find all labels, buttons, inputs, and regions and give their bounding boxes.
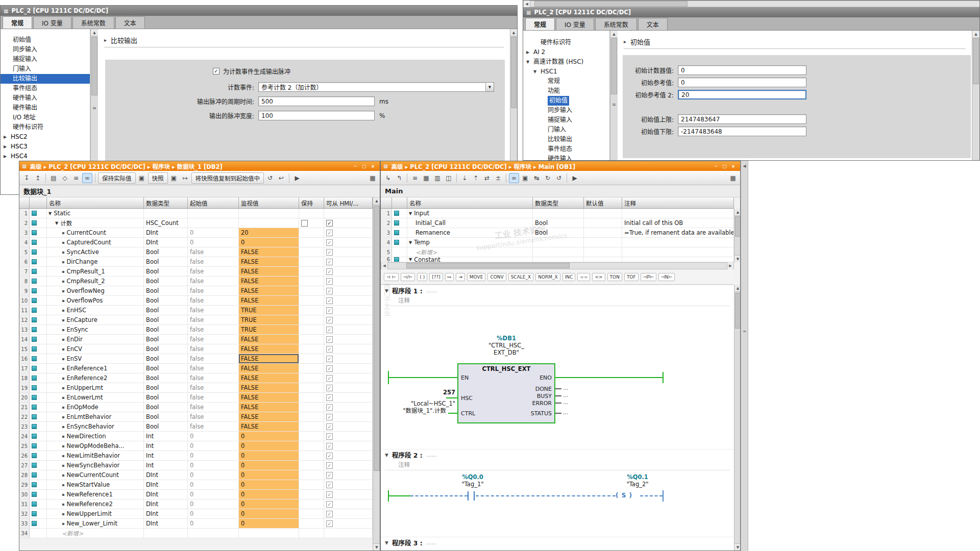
network-2-header[interactable]: ▼ 程序段 2 : ...... (381, 449, 734, 460)
cell-monitor-value[interactable]: FALSE (239, 383, 299, 392)
column-header[interactable]: 可从 HMI/... (324, 197, 373, 208)
hsc-constant[interactable]: 257 (401, 389, 455, 396)
close-button[interactable]: × (729, 162, 738, 170)
cell-retain[interactable] (299, 383, 324, 392)
empty-box-icon[interactable]: ◫ (444, 173, 454, 183)
cell-monitor-value[interactable]: FALSE (239, 277, 299, 286)
top-horizontal-scrollbar[interactable]: ◀ (523, 1, 979, 7)
cell-retain[interactable] (299, 403, 324, 412)
cell-start-value[interactable]: false (188, 296, 239, 305)
cell-accessible-from-hmi[interactable]: ✓ (324, 383, 373, 392)
cell-retain[interactable] (299, 335, 324, 344)
tab-texts[interactable]: 文本 (638, 18, 668, 30)
checkbox[interactable]: ✓ (326, 327, 333, 333)
output-placeholder[interactable]: ... (563, 409, 569, 416)
cell-name[interactable]: ▪EnSyncBehavior (47, 422, 144, 431)
checkbox[interactable]: ✓ (326, 239, 333, 246)
snapshot-icon[interactable]: ▣ (520, 173, 530, 183)
close-button[interactable]: × (369, 162, 377, 170)
coil-tag-name[interactable]: "Tag_2" (604, 481, 671, 488)
collapse-icon[interactable]: ▼ (385, 453, 388, 458)
cell-monitor-value[interactable]: FALSE (239, 344, 299, 354)
cell-start-value[interactable]: false (188, 335, 239, 344)
tree-compare-output[interactable]: 比较输出 (523, 135, 609, 144)
cell-accessible-from-hmi[interactable]: ✓ (324, 499, 373, 509)
cell-name[interactable]: ▪CmpResult_2 (47, 277, 144, 286)
scroll-up-icon[interactable]: ▲ (373, 197, 380, 205)
cell-retain[interactable] (299, 277, 324, 286)
cmp-eq-icon[interactable]: == (577, 273, 590, 281)
cell-start-value[interactable]: false (188, 344, 239, 354)
cell-name[interactable]: ▪NewUpperLimit (47, 509, 144, 518)
cell-retain[interactable] (299, 461, 324, 470)
cell-retain[interactable] (299, 209, 324, 218)
checkbox[interactable]: ✓ (326, 249, 333, 256)
cell-retain[interactable] (299, 344, 324, 354)
minimize-button[interactable]: ─ (712, 162, 720, 170)
cell-accessible-from-hmi[interactable]: ✓ (324, 509, 373, 518)
cell-name[interactable]: ▪NewReference2 (47, 499, 144, 509)
pulse-period-input[interactable]: 500 (258, 96, 375, 106)
cell-accessible-from-hmi[interactable]: ✓ (324, 403, 373, 412)
cell-data-type[interactable]: Bool (144, 354, 188, 363)
scroll-up-icon[interactable]: ▲ (91, 29, 98, 36)
absolute-operands-icon[interactable]: ≡ (410, 173, 420, 183)
upload-icon[interactable]: ⇡ (471, 173, 481, 183)
column-header[interactable] (392, 197, 407, 208)
cell-name[interactable]: ▪NewOpModeBeha... (47, 441, 144, 450)
cell-start-value[interactable]: 0 (188, 228, 239, 237)
cell-name[interactable]: ▼Temp (407, 238, 533, 247)
output-placeholder[interactable]: ... (563, 385, 569, 391)
cell-name[interactable]: <新增> (47, 529, 144, 538)
contact-tag-name[interactable]: "Tag_1" (446, 481, 499, 488)
cell-comment[interactable]: Initial call of this OB (622, 218, 734, 228)
cell-data-type[interactable]: DInt (144, 519, 188, 528)
nav-hsc3[interactable]: ▶HSC3 (1, 142, 90, 152)
expand-panel-icon[interactable]: ◀ (741, 164, 748, 168)
initial-reference-value2-input[interactable]: 20 (678, 90, 806, 99)
cell-name[interactable]: ▪EnHSC (47, 306, 144, 315)
tree-hsc[interactable]: ▼高速计数器 (HSC) (523, 57, 609, 67)
move-icon[interactable]: MOVE (467, 273, 486, 281)
jump-icon[interactable]: ↹ (531, 173, 542, 183)
cell-accessible-from-hmi[interactable]: ✓ (324, 480, 373, 489)
cell-default-value[interactable] (584, 238, 622, 247)
network-comment[interactable]: 注释 (385, 460, 730, 470)
cell-name[interactable]: ▪EnUpperLmt (47, 383, 144, 392)
pulse-width-input[interactable]: 100 (258, 111, 375, 120)
column-header[interactable]: 数据类型 (533, 197, 584, 208)
checkbox[interactable]: ✓ (326, 414, 333, 420)
cell-name[interactable]: ▪EnReference1 (47, 364, 144, 373)
network-title-placeholder[interactable]: ...... (426, 452, 437, 458)
cell-start-value[interactable]: 0 (188, 480, 239, 489)
ton-icon[interactable]: TON (607, 273, 622, 281)
nav-io-address[interactable]: I/O 地址 (1, 113, 90, 122)
cell-monitor-value[interactable] (239, 218, 299, 228)
cell-accessible-from-hmi[interactable]: ✓ (324, 451, 373, 460)
cell-monitor-value[interactable]: 0 (239, 451, 299, 460)
collapse-icon[interactable]: ▼ (385, 540, 388, 545)
cell-name[interactable]: ▪EnLowerLmt (47, 393, 144, 402)
download-icon[interactable]: ⇣ (459, 173, 470, 183)
cell-accessible-from-hmi[interactable]: ✓ (324, 247, 373, 257)
cell-name[interactable]: ▪SyncActive (47, 247, 144, 257)
cell-monitor-value[interactable]: TRUE (239, 325, 299, 334)
column-header[interactable] (19, 197, 30, 208)
checkbox[interactable]: ✓ (326, 394, 333, 401)
cell-name[interactable]: ▼Static (47, 209, 144, 218)
cell-start-value[interactable]: 0 (188, 432, 239, 441)
cell-accessible-from-hmi[interactable]: ✓ (324, 238, 373, 247)
checkbox[interactable]: ✓ (326, 220, 333, 227)
initial-reference-value-input[interactable]: 0 (678, 78, 806, 87)
checkbox[interactable]: ✓ (326, 365, 333, 372)
tree-hsc1[interactable]: ▼HSC1 (523, 67, 609, 77)
cell-accessible-from-hmi[interactable]: ✓ (324, 441, 373, 450)
cell-data-type[interactable]: Int (144, 432, 188, 441)
cell-accessible-from-hmi[interactable]: ✓ (324, 470, 373, 480)
cell-data-type[interactable]: DInt (144, 490, 188, 499)
cell-name[interactable]: ▪DirChange (47, 257, 144, 266)
cell-data-type[interactable]: Bool (533, 218, 584, 228)
tree-hardware-id[interactable]: 硬件标识符 (523, 38, 609, 47)
cell-retain[interactable] (299, 519, 324, 528)
checkbox[interactable]: ✓ (326, 356, 333, 362)
